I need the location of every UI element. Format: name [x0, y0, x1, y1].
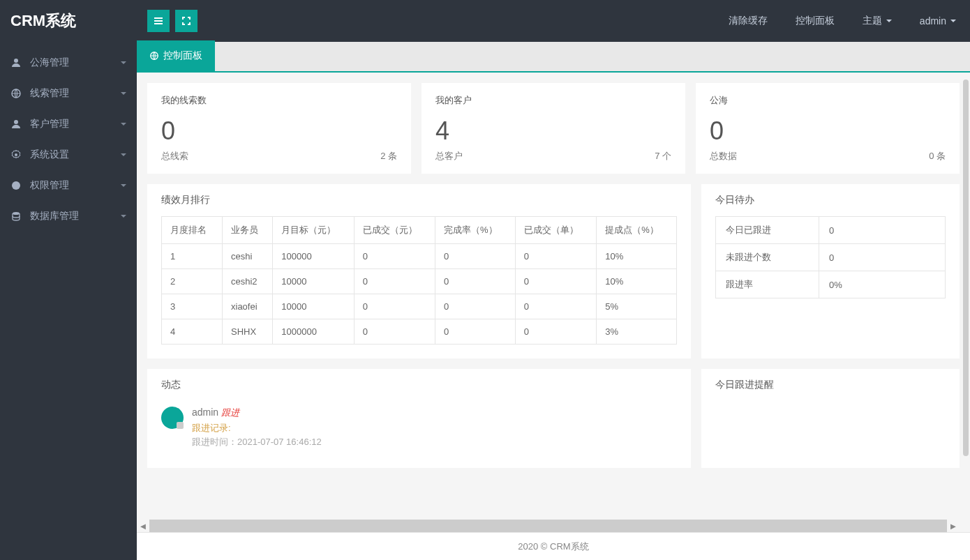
- globe-icon: [149, 51, 159, 61]
- table-cell: 0: [354, 244, 435, 269]
- stat-foot-value: 0 条: [929, 150, 946, 162]
- stat-card-customers: 我的客户 4 总客户7 个: [421, 83, 685, 174]
- table-cell: 10000: [273, 269, 354, 294]
- card-title: 公海: [710, 94, 946, 107]
- stat-foot-value: 7 个: [655, 150, 671, 162]
- activity-time: 跟进时间：2021-07-07 16:46:12: [192, 436, 322, 448]
- table-cell: 0: [354, 269, 435, 294]
- sidebar-item-leads[interactable]: 线索管理: [0, 78, 137, 109]
- sidebar-item-customers[interactable]: 客户管理: [0, 109, 137, 139]
- stat-value: 4: [435, 116, 671, 146]
- table-cell: 0: [354, 319, 435, 345]
- table-row: 跟进率0%: [716, 271, 946, 298]
- table-row: 1ceshi10000000010%: [162, 244, 677, 269]
- theme-dropdown[interactable]: 主题: [849, 0, 906, 42]
- table-cell: 0: [515, 319, 596, 345]
- panel-title: 动态: [147, 369, 691, 401]
- svg-rect-1: [154, 20, 163, 22]
- sidebar-item-settings[interactable]: 系统设置: [0, 139, 137, 170]
- stat-value: 0: [710, 116, 946, 146]
- scroll-track[interactable]: [149, 520, 947, 532]
- stat-foot-label: 总客户: [435, 150, 463, 162]
- table-row: 3xiaofei100000005%: [162, 294, 677, 319]
- table-header: 已成交（单）: [515, 217, 596, 244]
- footer: 2020 © CRM系统: [137, 532, 970, 560]
- tabbar: 控制面板: [137, 42, 970, 73]
- table-cell: 10%: [597, 269, 677, 294]
- scroll-left-icon[interactable]: ◄: [137, 520, 149, 532]
- table-cell: 0: [515, 244, 596, 269]
- content-area: 我的线索数 0 总线索2 条 我的客户 4 总客户7 个 公海 0 总数据0 条: [137, 73, 970, 532]
- activity-item: admin跟进 跟进记录: 跟进时间：2021-07-07 16:46:12: [161, 401, 677, 454]
- svg-rect-0: [154, 17, 163, 19]
- database-icon: [10, 211, 22, 222]
- scroll-thumb[interactable]: [963, 80, 969, 456]
- clear-cache-link[interactable]: 清除缓存: [715, 0, 782, 42]
- panel-title: 今日待办: [701, 184, 960, 216]
- svg-point-8: [13, 212, 20, 215]
- table-cell: 3: [162, 294, 223, 319]
- globe-icon: [10, 88, 22, 99]
- user-dropdown[interactable]: admin: [906, 0, 970, 42]
- sidebar: 公海管理 线索管理 客户管理 系统设置 权限管理 数据库管理: [0, 42, 137, 560]
- logo: CRM系统: [0, 10, 137, 31]
- card-title: 我的客户: [435, 94, 671, 107]
- table-cell: 3%: [597, 319, 677, 345]
- chevron-down-icon: [121, 61, 126, 64]
- table-row: 今日已跟进0: [716, 217, 946, 244]
- table-cell: 1000000: [273, 319, 354, 345]
- table-header: 完成率（%）: [435, 217, 516, 244]
- chevron-down-icon: [121, 215, 126, 218]
- caret-down-icon: [886, 20, 892, 22]
- sidebar-item-database[interactable]: 数据库管理: [0, 201, 137, 232]
- chevron-down-icon: [121, 123, 126, 126]
- activity-record-label: 跟进记录:: [192, 422, 322, 434]
- table-cell: 0: [515, 269, 596, 294]
- stat-foot-label: 总线索: [161, 150, 188, 162]
- table-cell: 2: [162, 269, 223, 294]
- table-cell: 5%: [597, 294, 677, 319]
- todo-table: 今日已跟进0未跟进个数0跟进率0%: [715, 216, 946, 298]
- sidebar-item-permissions[interactable]: 权限管理: [0, 170, 137, 201]
- table-cell: 未跟进个数: [716, 244, 819, 271]
- menu-toggle-button[interactable]: [147, 10, 170, 32]
- table-cell: 10000: [273, 294, 354, 319]
- svg-point-3: [14, 59, 18, 63]
- panel-title: 今日跟进提醒: [701, 369, 960, 401]
- table-cell: 0: [819, 244, 946, 271]
- table-header: 提成点（%）: [597, 217, 677, 244]
- caret-down-icon: [950, 20, 956, 22]
- world-icon: [10, 180, 22, 191]
- fullscreen-button[interactable]: [175, 10, 197, 32]
- table-cell: 0: [435, 319, 516, 345]
- rank-table: 月度排名业务员月目标（元）已成交（元）完成率（%）已成交（单）提成点（%） 1c…: [161, 216, 677, 345]
- header: CRM系统 清除缓存 控制面板 主题 admin: [0, 0, 970, 42]
- table-header: 业务员: [223, 217, 273, 244]
- table-row: 2ceshi21000000010%: [162, 269, 677, 294]
- rank-panel: 绩效月排行 月度排名业务员月目标（元）已成交（元）完成率（%）已成交（单）提成点…: [147, 184, 691, 358]
- activity-user: admin: [192, 407, 218, 418]
- table-cell: 0%: [819, 271, 946, 298]
- stat-card-leads: 我的线索数 0 总线索2 条: [147, 83, 411, 174]
- person-icon: [10, 119, 22, 130]
- table-cell: 1: [162, 244, 223, 269]
- sidebar-item-public-sea[interactable]: 公海管理: [0, 47, 137, 78]
- svg-point-6: [15, 153, 17, 156]
- table-cell: 0: [435, 269, 516, 294]
- scroll-right-icon[interactable]: ►: [947, 520, 960, 532]
- table-cell: ceshi2: [223, 269, 273, 294]
- table-cell: ceshi: [223, 244, 273, 269]
- table-cell: 0: [819, 217, 946, 244]
- tab-control-panel[interactable]: 控制面板: [137, 40, 215, 71]
- user-icon: [10, 57, 22, 68]
- table-cell: SHHX: [223, 319, 273, 345]
- horizontal-scrollbar[interactable]: ◄ ►: [137, 520, 960, 532]
- todo-panel: 今日待办 今日已跟进0未跟进个数0跟进率0%: [701, 184, 960, 358]
- table-cell: 4: [162, 319, 223, 345]
- table-cell: 10%: [597, 244, 677, 269]
- avatar: [161, 407, 184, 429]
- vertical-scrollbar[interactable]: [960, 73, 970, 532]
- table-cell: 100000: [273, 244, 354, 269]
- control-panel-link[interactable]: 控制面板: [782, 0, 849, 42]
- svg-rect-2: [154, 23, 163, 24]
